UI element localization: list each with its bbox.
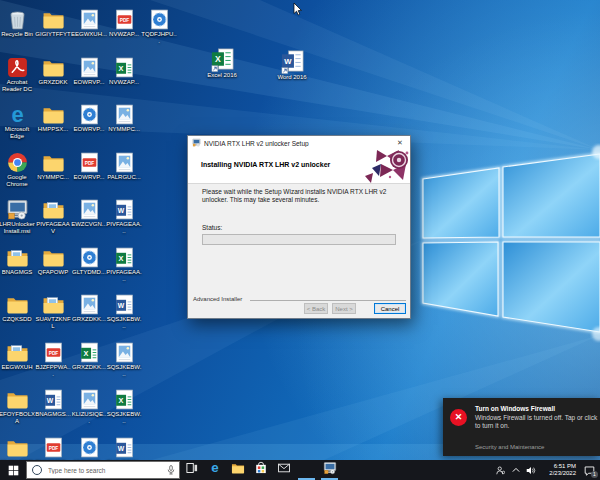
image-icon (71, 56, 107, 79)
installer-window: NVIDIA RTX LHR v2 unlocker Setup ✕ Insta… (187, 135, 411, 319)
toast-title: Turn on Windows Firewall (475, 405, 555, 412)
taskbar-app-edge-app[interactable]: e (203, 460, 226, 480)
desktop-icon[interactable]: WWord 2016 (274, 49, 310, 81)
desktop-icon-label: BNAGMGS... (35, 411, 71, 418)
desktop-icon[interactable]: GIGIYTFFYT (35, 8, 71, 38)
desktop-icon-label: HMPPSX... (35, 126, 71, 133)
desktop-icon[interactable]: NYMMPC... (35, 151, 71, 181)
search-box[interactable] (26, 461, 180, 479)
desktop-icon[interactable]: XNVWZAP... (106, 56, 142, 86)
svg-text:W: W (46, 397, 53, 404)
taskbar-app-task-view[interactable] (180, 460, 203, 480)
desktop-icon[interactable]: LHRUnlocker Install.msi (0, 198, 35, 235)
svg-text:W: W (117, 207, 124, 214)
desktop-icon[interactable]: Google Chrome (0, 151, 35, 188)
desktop-icon[interactable]: KLIZUSIQE... (71, 388, 107, 425)
volume-icon[interactable] (523, 460, 538, 480)
desktop-icon[interactable]: GLTYDMD... (71, 246, 107, 276)
desktop-icon[interactable]: EFOYFBOLXA (0, 388, 35, 425)
taskbar-app-chrome-app[interactable] (295, 460, 318, 480)
taskbar-app-msi[interactable] (318, 460, 341, 480)
close-icon[interactable]: ✕ (390, 136, 410, 150)
desktop-icon[interactable]: EOWRVP... (71, 56, 107, 86)
desktop-icon-label: NYMMPC... (35, 174, 71, 181)
desktop-icon[interactable]: PALRGUC... (106, 151, 142, 181)
desktop-icon-label: EEGWXUH... (71, 31, 107, 38)
desktop-icon[interactable]: Recycle Bin (0, 8, 35, 38)
search-input[interactable] (46, 466, 163, 475)
toast-body: Windows Firewall is turned off. Tap or c… (475, 414, 598, 430)
dialog-titlebar[interactable]: NVIDIA RTX LHR v2 unlocker Setup ✕ (188, 136, 410, 150)
desktop-icon[interactable]: WBNAGMGS... (35, 388, 71, 418)
desktop-icon[interactable]: CZQKSDD (0, 293, 35, 323)
svg-text:PDF: PDF (84, 160, 94, 165)
desktop-icon-label: Recycle Bin (0, 31, 35, 38)
desktop-icon[interactable]: QFAPOWP (35, 246, 71, 276)
desktop-icon[interactable]: PDFBJZFPPWA... (35, 341, 71, 378)
taskbar-app-store[interactable] (249, 460, 272, 480)
alert-x-icon: ✕ (450, 409, 467, 426)
svg-text:PDF: PDF (48, 350, 58, 355)
svg-text:PDF: PDF (48, 445, 58, 450)
desktop-icon[interactable]: XGRXZDKK... (71, 341, 107, 371)
pdf-icon: PDF (35, 341, 71, 364)
desktop-icon[interactable]: NYMMPC... (106, 103, 142, 133)
desktop-icon[interactable]: WPIVFAGEAA... (106, 198, 142, 235)
desktop-icon[interactable]: GRXZDKK... (71, 293, 107, 323)
word-icon: W (106, 436, 142, 459)
desktop-icon[interactable]: SUAVTZKNFL (35, 293, 71, 330)
desktop-icon-label: EOWRVP... (71, 79, 107, 86)
svg-text:PDF: PDF (119, 18, 129, 23)
desktop-icon[interactable]: eMicrosoft Edge (0, 103, 35, 140)
desktop-icon[interactable]: EWZCVGN... (71, 198, 107, 228)
toast-source: Security and Maintenance (475, 444, 544, 450)
desktop-icon[interactable]: XPIVFAGEAA... (106, 246, 142, 283)
status-label: Status: (202, 224, 222, 231)
taskbar-app-file-explorer[interactable] (226, 460, 249, 480)
desktop-icon[interactable]: TQDFJHPU... (141, 8, 177, 45)
clock[interactable]: 6:51 PM 2/23/2022 (540, 463, 576, 477)
svg-text:W: W (117, 445, 124, 452)
desktop-icon[interactable]: GRXZDKK (35, 56, 71, 86)
desktop-icon[interactable]: BNAGMGS (0, 246, 35, 276)
svg-text:X: X (118, 396, 123, 405)
action-center-button[interactable]: 1 (578, 460, 600, 480)
desktop-icon-label: GRXZDKK (35, 79, 71, 86)
desktop-icon-label: LHRUnlocker Install.msi (0, 221, 35, 235)
taskbar: e 6:51 PM 2/23/2022 1 (0, 460, 600, 480)
desktop-icon[interactable]: PDFEOWRVP... (71, 151, 107, 181)
desktop-icon[interactable]: PIVFAGEAAV (35, 198, 71, 235)
mouse-cursor (293, 2, 302, 20)
svg-text:W: W (117, 302, 124, 309)
show-hidden-icons-chevron[interactable] (508, 460, 523, 480)
desktop-icon-label: Acrobat Reader DC (0, 79, 35, 93)
desktop-icon-label: GRXZDKK... (71, 316, 107, 323)
word-icon: W (106, 293, 142, 316)
desktop: Recycle BinGIGIYTFFYTEEGWXUH...PDFNVWZAP… (0, 0, 600, 480)
desktop-icon[interactable]: Acrobat Reader DC (0, 56, 35, 93)
next-button[interactable]: Next > (332, 303, 356, 314)
desktop-icon[interactable]: EEGWXUH... (71, 8, 107, 38)
firewall-toast[interactable]: ✕ Turn on Windows Firewall Windows Firew… (443, 398, 600, 456)
desktop-icon[interactable]: XExcel 2016 (204, 47, 240, 79)
microphone-icon[interactable] (167, 465, 175, 475)
taskbar-app-mail[interactable] (272, 460, 295, 480)
people-icon[interactable] (493, 460, 508, 480)
desktop-icon[interactable]: HMPPSX... (35, 103, 71, 133)
dialog-header: Installing NVIDIA RTX LHR v2 unlocker (188, 150, 410, 184)
excel-icon: X (106, 56, 142, 79)
desktop-icon[interactable]: WSQSJKEBW... (106, 293, 142, 330)
desktop-icon[interactable]: SQSJKEBW... (106, 341, 142, 378)
mail-icon (277, 461, 291, 479)
cancel-button[interactable]: Cancel (374, 303, 406, 314)
pdf-icon: PDF (35, 436, 71, 459)
tray-time: 6:51 PM (540, 463, 576, 470)
desktop-icon[interactable]: XSQSJKEBW... (106, 388, 142, 425)
back-button[interactable]: < Back (304, 303, 328, 314)
desktop-icon[interactable]: EOWRVP... (71, 103, 107, 133)
desktop-icon[interactable]: EEGWXUH (0, 341, 35, 371)
desktop-icon-label: GIGIYTFFYT (35, 31, 71, 38)
start-button[interactable] (0, 460, 26, 480)
desktop-icon[interactable]: PDFNVWZAP... (106, 8, 142, 38)
recycle-bin-icon (0, 8, 35, 31)
